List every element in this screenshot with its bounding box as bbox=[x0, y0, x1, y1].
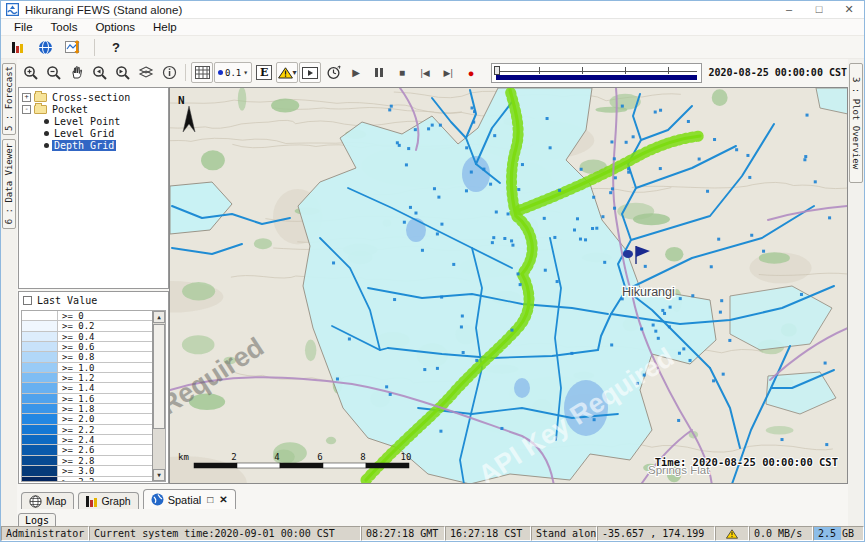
left-tab-strip: 5 : Forecast 6 : Data Viewer bbox=[1, 59, 17, 526]
spatial-display-icon[interactable] bbox=[62, 37, 84, 58]
legend-row[interactable]: >= 2.6 bbox=[22, 445, 152, 455]
map-time-label: Time: 2020-08-25 00:00:00 CST bbox=[655, 456, 838, 468]
status-user: Administrator bbox=[1, 526, 89, 541]
zoom-previous-icon[interactable] bbox=[89, 62, 111, 83]
timer-icon[interactable] bbox=[322, 62, 344, 83]
legend-row[interactable]: >= 0.8 bbox=[22, 352, 152, 362]
contour-value-dropdown[interactable]: 0.1▾ bbox=[214, 62, 252, 83]
current-time-label: 2020-08-25 00:00:00 CST bbox=[709, 67, 847, 78]
legend-row[interactable]: >= 1.0 bbox=[22, 363, 152, 373]
animation-movie-icon[interactable] bbox=[299, 62, 321, 83]
last-value-checkbox[interactable] bbox=[23, 296, 32, 305]
legend-row[interactable]: >= 2.8 bbox=[22, 456, 152, 466]
legend-scrollbar[interactable]: ▲ ▼ bbox=[152, 311, 165, 481]
zoom-out-icon[interactable] bbox=[43, 62, 65, 83]
first-step-button[interactable]: |◀ bbox=[414, 62, 436, 83]
legend-row[interactable]: >= 0 bbox=[22, 311, 152, 321]
legend-row[interactable]: >= 1.2 bbox=[22, 373, 152, 383]
tab-plot-overview[interactable]: 3 : Plot Overview bbox=[849, 63, 863, 183]
menu-tools[interactable]: Tools bbox=[42, 21, 87, 33]
legend-row[interactable]: >= 1.8 bbox=[22, 404, 152, 414]
last-value-label: Last Value bbox=[37, 295, 97, 306]
legend-label: >= 2.2 bbox=[58, 425, 95, 434]
legend-row[interactable]: >= 0.2 bbox=[22, 321, 152, 331]
legend-row[interactable]: >= 2.2 bbox=[22, 425, 152, 435]
legend-row[interactable]: >= 0.6 bbox=[22, 342, 152, 352]
database-icon[interactable] bbox=[6, 37, 28, 58]
legend-row[interactable]: >= 0.4 bbox=[22, 332, 152, 342]
legend-row[interactable]: >= 3.0 bbox=[22, 466, 152, 476]
legend-swatch bbox=[22, 466, 58, 475]
tab-data-viewer[interactable]: 6 : Data Viewer bbox=[2, 139, 16, 229]
legend-swatch bbox=[22, 414, 58, 423]
legend-label: >= 1.8 bbox=[58, 404, 95, 413]
menu-options[interactable]: Options bbox=[86, 21, 144, 33]
pan-hand-icon[interactable] bbox=[66, 62, 88, 83]
legend-row[interactable]: >= 1.4 bbox=[22, 383, 152, 393]
tree-item-depth-grid[interactable]: Depth Grid bbox=[44, 139, 168, 151]
tab-close-icon[interactable]: ✕ bbox=[219, 494, 227, 505]
bullet-icon bbox=[44, 131, 49, 136]
tab-spatial[interactable]: Spatial □ ✕ bbox=[143, 489, 236, 509]
bullet-icon bbox=[44, 119, 49, 124]
layers-icon[interactable] bbox=[135, 62, 157, 83]
close-button[interactable]: ✕ bbox=[834, 1, 864, 19]
tree-item-level-point[interactable]: Level Point bbox=[44, 115, 168, 127]
status-coordinates: -35.657 , 174.199 bbox=[597, 526, 715, 541]
last-step-button[interactable]: ▶| bbox=[437, 62, 459, 83]
warning-threshold-dropdown[interactable]: ▾ bbox=[276, 62, 298, 83]
record-button[interactable]: ● bbox=[460, 62, 482, 83]
right-tab-strip: 3 : Plot Overview bbox=[848, 59, 864, 526]
stop-button[interactable]: ■ bbox=[391, 62, 413, 83]
warning-icon bbox=[278, 67, 293, 79]
toolbar-separator bbox=[94, 39, 95, 56]
globe-icon[interactable] bbox=[34, 37, 56, 58]
legend-row[interactable]: >= 2.0 bbox=[22, 414, 152, 424]
legend-row[interactable]: >= 2.4 bbox=[22, 435, 152, 445]
tab-forecast[interactable]: 5 : Forecast bbox=[2, 63, 16, 135]
map-view[interactable]: API Key Required API Key Required Hikura… bbox=[169, 87, 848, 484]
scroll-up-icon[interactable]: ▲ bbox=[153, 311, 165, 323]
expand-icon[interactable]: + bbox=[22, 93, 31, 102]
info-icon[interactable] bbox=[158, 62, 180, 83]
scroll-down-icon[interactable]: ▼ bbox=[153, 469, 165, 481]
legend-swatch bbox=[22, 342, 58, 351]
warning-icon bbox=[726, 529, 738, 539]
minimize-button[interactable]: – bbox=[774, 1, 804, 19]
zoom-next-icon[interactable] bbox=[112, 62, 134, 83]
play-button[interactable]: ▶ bbox=[345, 62, 367, 83]
menu-help[interactable]: Help bbox=[144, 21, 186, 33]
legend-swatch bbox=[22, 332, 58, 341]
tab-map[interactable]: Map bbox=[21, 492, 74, 509]
time-slider-thumb[interactable] bbox=[494, 66, 500, 75]
maximize-button[interactable]: □ bbox=[804, 1, 834, 19]
time-slider-track bbox=[496, 71, 696, 72]
scroll-thumb[interactable] bbox=[153, 324, 165, 429]
time-slider[interactable] bbox=[491, 63, 701, 83]
legend-row[interactable]: >= 1.6 bbox=[22, 394, 152, 404]
collapse-icon[interactable]: - bbox=[22, 105, 31, 114]
bottom-tab-bar: Map Graph Spatial □ ✕ bbox=[18, 488, 847, 509]
tree-item-cross-section[interactable]: + Cross-section bbox=[22, 91, 168, 103]
help-icon[interactable]: ? bbox=[105, 37, 127, 58]
scale-legend-button[interactable]: E bbox=[253, 62, 275, 83]
legend-label: >= 2.4 bbox=[58, 435, 95, 444]
title-bar: Hikurangi FEWS (Stand alone) – □ ✕ bbox=[1, 1, 864, 19]
menu-file[interactable]: File bbox=[5, 21, 42, 33]
tab-maximize-icon[interactable]: □ bbox=[207, 494, 213, 505]
zoom-in-icon[interactable] bbox=[20, 62, 42, 83]
grid-display-icon[interactable] bbox=[191, 62, 213, 83]
status-warning-cell[interactable] bbox=[715, 526, 749, 541]
legend-table: >= 0>= 0.2>= 0.4>= 0.6>= 0.8>= 1.0>= 1.2… bbox=[21, 310, 166, 482]
legend-row[interactable]: >= 3.2 bbox=[22, 477, 152, 482]
legend-panel: Last Value >= 0>= 0.2>= 0.4>= 0.6>= 0.8>… bbox=[18, 291, 169, 484]
legend-label: >= 0.8 bbox=[58, 352, 95, 361]
legend-label: >= 3.2 bbox=[58, 477, 95, 482]
menu-bar: File Tools Options Help bbox=[1, 19, 864, 36]
tree-item-pocket[interactable]: - Pocket bbox=[22, 103, 168, 115]
tree-item-level-grid[interactable]: Level Grid bbox=[44, 127, 168, 139]
legend-label: >= 1.4 bbox=[58, 383, 95, 392]
pause-button[interactable] bbox=[368, 62, 390, 83]
legend-swatch bbox=[22, 383, 58, 392]
tab-graph[interactable]: Graph bbox=[78, 492, 138, 509]
